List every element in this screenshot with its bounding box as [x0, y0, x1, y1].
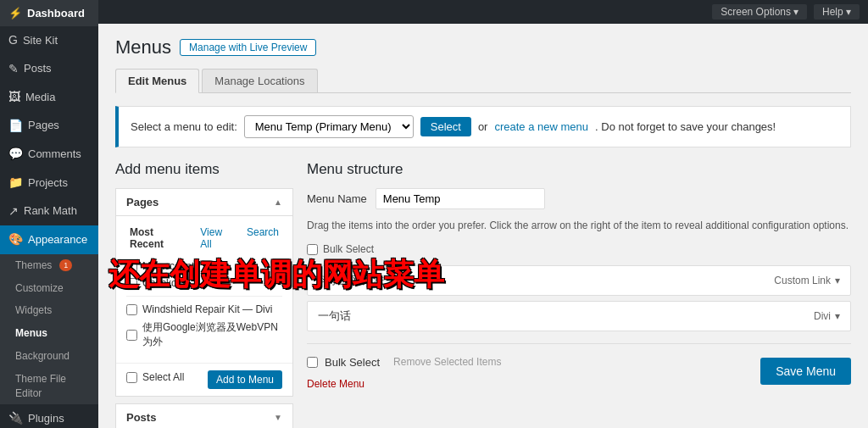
page-content: Menus Manage with Live Preview Edit Menu…: [98, 24, 868, 428]
sidebar-submenu-item-customize[interactable]: Customize: [0, 277, 98, 300]
customize-label: Customize: [15, 281, 64, 296]
projects-icon: 📁: [8, 175, 23, 192]
sidebar-item-projects[interactable]: 📁 Projects: [0, 169, 98, 197]
sidebar-submenu-item-widgets[interactable]: Widgets: [0, 299, 98, 322]
sidebar-submenu-item-theme-file-editor[interactable]: Theme File Editor: [0, 368, 98, 405]
pages-add-to-menu-button[interactable]: Add to Menu: [208, 370, 282, 389]
save-menu-button[interactable]: Save Menu: [760, 358, 851, 385]
menu-item-kexue-dropdown-icon[interactable]: ▾: [835, 275, 840, 286]
widgets-label: Widgets: [15, 303, 52, 318]
menus-label: Menus: [15, 326, 47, 341]
screen-options-label: Screen Options: [721, 6, 791, 18]
menu-item-kexue-name: 科学上网方法: [318, 273, 384, 288]
menu-item-yijuhua-dropdown-icon[interactable]: ▾: [835, 310, 840, 322]
tab-manage-locations[interactable]: Manage Locations: [202, 69, 317, 92]
menu-structure-title: Menu structure: [307, 161, 851, 178]
sidebar-item-pages[interactable]: 📄 Pages: [0, 112, 98, 141]
menu-item-kexue-type-label: Custom Link: [774, 275, 831, 286]
pages-select-all-checkbox[interactable]: [126, 372, 137, 383]
add-menu-items-panel: Add menu items Pages ▲ Most Recent View …: [115, 161, 293, 428]
bulk-select-top-checkbox[interactable]: [307, 244, 318, 255]
pages-item-googlevpn-label: 使用Google浏览器及WebVPN为外: [142, 320, 282, 349]
bulk-select-bottom-row: Bulk Select Remove Selected Items: [307, 353, 508, 371]
pages-checkbox-googlevpn[interactable]: [126, 330, 137, 341]
select-menu-button[interactable]: Select: [420, 117, 471, 136]
menu-item-kexue[interactable]: 科学上网方法 Custom Link ▾: [307, 265, 851, 296]
comments-label: Comments: [28, 147, 81, 162]
menu-name-input[interactable]: [376, 188, 545, 209]
posts-panel: Posts ▼: [115, 403, 293, 428]
pages-icon: 📄: [8, 118, 23, 135]
posts-panel-chevron: ▼: [274, 413, 282, 422]
pages-checkbox-my-account[interactable]: [126, 261, 137, 272]
pages-checkbox-checkout[interactable]: [126, 278, 137, 289]
bulk-select-bottom-label: Bulk Select: [325, 356, 380, 369]
screen-options-button[interactable]: Screen Options ▾: [712, 4, 807, 19]
select-menu-label: Select a menu to edit:: [131, 120, 237, 133]
menu-select[interactable]: Menu Temp (Primary Menu): [244, 115, 414, 138]
pages-search-tab[interactable]: Search: [243, 225, 282, 252]
pages-panel-title: Pages: [126, 196, 159, 208]
menu-item-yijuhua-type: Divi ▾: [814, 310, 840, 322]
pages-item-googlevpn: 使用Google浏览器及WebVPN为外: [126, 320, 282, 349]
pages-item-windshield: Windshield Repair Kit — Divi: [126, 303, 282, 315]
sidebar-item-comments[interactable]: 💬 Comments: [0, 140, 98, 169]
sidebar-submenu-appearance: Themes 1 Customize Widgets Menus Backgro…: [0, 254, 98, 405]
menu-name-label: Menu Name: [307, 192, 367, 205]
sidebar-item-sitekit[interactable]: G Site Kit: [0, 26, 98, 55]
two-col-layout: Add menu items Pages ▲ Most Recent View …: [115, 161, 851, 428]
dashboard-icon: ⚡: [8, 7, 22, 19]
plugins-icon: 🔌: [8, 410, 23, 427]
menu-item-yijuhua[interactable]: 一句话 Divi ▾: [307, 301, 851, 331]
sidebar-item-media[interactable]: 🖼 Media: [0, 83, 98, 112]
menu-structure-panel: Menu structure Menu Name Drag the items …: [307, 161, 851, 428]
sidebar-submenu-item-background[interactable]: Background: [0, 345, 98, 368]
pages-panel-chevron: ▲: [274, 197, 282, 207]
sidebar-item-rankmath[interactable]: ↗ Rank Math: [0, 197, 98, 226]
background-label: Background: [15, 349, 70, 364]
menu-instructions: Drag the items into the order you prefer…: [307, 218, 851, 233]
posts-panel-title: Posts: [126, 411, 156, 424]
comments-icon: 💬: [8, 146, 23, 163]
appearance-icon: 🎨: [8, 231, 23, 248]
rankmath-label: Rank Math: [24, 203, 77, 219]
create-new-menu-link[interactable]: create a new menu: [494, 120, 588, 133]
pages-panel-header[interactable]: Pages ▲: [116, 189, 292, 216]
sidebar: ⚡ Dashboard G Site Kit ✎ Posts 🖼 Media 📄…: [0, 0, 98, 428]
pages-item-windshield-label: Windshield Repair Kit — Divi: [142, 303, 272, 315]
manage-live-preview-button[interactable]: Manage with Live Preview: [180, 39, 316, 56]
sidebar-item-posts[interactable]: ✎ Posts: [0, 55, 98, 84]
page-title: Menus: [115, 36, 171, 58]
bulk-select-top-label: Bulk Select: [323, 243, 374, 255]
sidebar-submenu-item-themes[interactable]: Themes 1: [0, 254, 98, 277]
bulk-select-bottom-checkbox[interactable]: [307, 357, 318, 368]
posts-panel-header[interactable]: Posts ▼: [116, 404, 292, 428]
pages-item-checkout-label: Checkout: [142, 277, 186, 289]
pages-sub-tabs: Most Recent View All Search: [126, 225, 282, 252]
sitekit-label: Site Kit: [23, 33, 58, 48]
sidebar-item-appearance[interactable]: 🎨 Appearance: [0, 225, 98, 254]
help-label: Help ▾: [822, 6, 851, 18]
sidebar-submenu-item-menus[interactable]: Menus: [0, 322, 98, 345]
topbar: Screen Options ▾ Help ▾: [98, 0, 868, 24]
pages-select-all-row: Select All: [126, 371, 184, 383]
menu-item-yijuhua-type-label: Divi: [814, 310, 831, 322]
pages-panel-body: Most Recent View All Search My account C…: [116, 216, 292, 363]
dropdown-arrow-icon: ▾: [793, 6, 798, 18]
sidebar-item-plugins[interactable]: 🔌 Plugins: [0, 404, 98, 428]
pages-item-checkout: Checkout: [126, 277, 282, 289]
plugins-label: Plugins: [28, 411, 64, 426]
help-button[interactable]: Help ▾: [814, 4, 860, 19]
pages-view-all-tab[interactable]: View All: [197, 225, 238, 252]
posts-icon: ✎: [8, 61, 19, 78]
rankmath-icon: ↗: [8, 203, 19, 220]
delete-menu-link[interactable]: Delete Menu: [307, 378, 508, 390]
sidebar-header[interactable]: ⚡ Dashboard: [0, 0, 98, 26]
pages-panel: Pages ▲ Most Recent View All Search My a…: [115, 188, 293, 397]
pages-checkbox-windshield[interactable]: [126, 304, 137, 315]
remove-selected-items-button[interactable]: Remove Selected Items: [387, 353, 508, 371]
pages-panel-footer: Select All Add to Menu: [116, 363, 292, 396]
pages-most-recent-tab[interactable]: Most Recent: [126, 225, 192, 252]
tab-edit-menus[interactable]: Edit Menus: [115, 69, 199, 93]
nav-tabs: Edit Menus Manage Locations: [115, 69, 851, 93]
